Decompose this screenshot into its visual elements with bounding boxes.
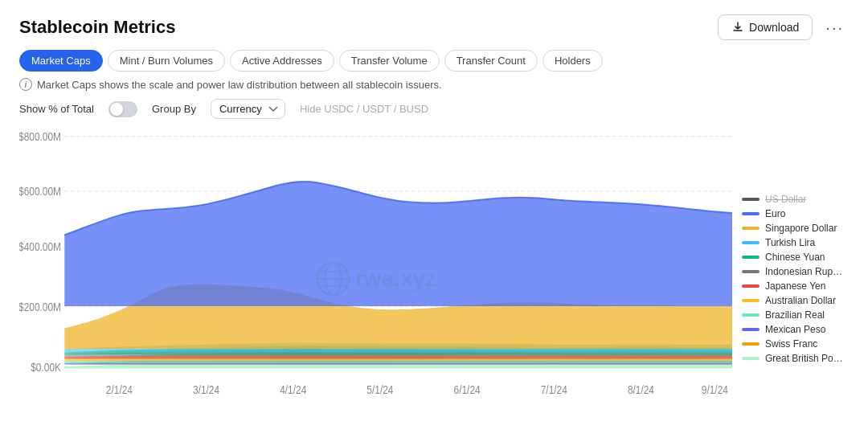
svg-text:$800.00M: $800.00M [19, 130, 61, 144]
legend-item-jpy: Japanese Yen [742, 280, 849, 292]
tab-holders[interactable]: Holders [542, 50, 603, 72]
chart-legend: US Dollar Euro Singapore Dollar Turkish … [732, 125, 849, 432]
svg-text:$200.00M: $200.00M [19, 300, 61, 313]
info-icon: i [19, 78, 32, 91]
legend-swatch-usdollar [742, 198, 760, 201]
legend-swatch-jpy [742, 284, 760, 288]
legend-item-cny: Chinese Yuan [742, 252, 849, 263]
legend-swatch-sgd [742, 227, 760, 230]
legend-item-aud: Australian Dollar [742, 295, 849, 306]
svg-text:$0.00K: $0.00K [31, 360, 61, 374]
tab-transfer-count[interactable]: Transfer Count [444, 50, 538, 72]
header-row: Stablecoin Metrics Download ··· [19, 14, 849, 40]
svg-text:8/1/24: 8/1/24 [628, 383, 654, 397]
show-pct-toggle[interactable] [108, 101, 137, 117]
group-by-label: Group By [152, 103, 196, 115]
svg-text:7/1/24: 7/1/24 [541, 383, 567, 397]
legend-swatch-try [742, 241, 760, 244]
svg-text:6/1/24: 6/1/24 [454, 383, 481, 397]
svg-text:2/1/24: 2/1/24 [106, 383, 133, 397]
tab-active-addresses[interactable]: Active Addresses [230, 50, 334, 72]
chart-svg: $800.00M $600.00M $400.00M $200.00M $0.0… [19, 125, 732, 432]
legend-item-brl: Brazilian Real [742, 309, 849, 321]
svg-text:3/1/24: 3/1/24 [193, 383, 219, 397]
tabs-row: Market Caps Mint / Burn Volumes Active A… [19, 50, 849, 72]
svg-text:4/1/24: 4/1/24 [280, 383, 306, 397]
page-title: Stablecoin Metrics [19, 17, 175, 38]
legend-swatch-chf [742, 342, 760, 346]
controls-row: Show % of Total Group By Currency Issuer… [19, 99, 849, 119]
legend-swatch-idr [742, 270, 760, 273]
download-button[interactable]: Download [718, 14, 813, 40]
legend-item-euro: Euro [742, 208, 849, 219]
tab-transfer-volume[interactable]: Transfer Volume [339, 50, 440, 72]
legend-item-sgd: Singapore Dollar [742, 223, 849, 234]
svg-text:$400.00M: $400.00M [19, 239, 61, 253]
tab-market-caps[interactable]: Market Caps [19, 50, 103, 72]
svg-text:$600.00M: $600.00M [19, 185, 61, 198]
legend-swatch-euro [742, 212, 760, 215]
legend-item-gbp: Great British Po… [742, 353, 849, 364]
legend-swatch-aud [742, 299, 760, 302]
hide-usdc-button[interactable]: Hide USDC / USDT / BUSD [300, 103, 428, 115]
svg-text:9/1/24: 9/1/24 [702, 383, 728, 397]
chart-area: rwa.xyz $800.00M $600.00M $400.00M $200.… [19, 125, 849, 432]
legend-item-chf: Swiss Franc [742, 338, 849, 350]
info-text: Market Caps shows the scale and power la… [37, 79, 442, 91]
legend-item-mxn: Mexican Peso [742, 324, 849, 335]
show-pct-label: Show % of Total [19, 103, 94, 115]
tab-mint-burn[interactable]: Mint / Burn Volumes [108, 50, 225, 72]
legend-swatch-cny [742, 256, 760, 259]
download-icon [731, 21, 744, 34]
legend-item-idr: Indonesian Rup… [742, 266, 849, 277]
info-row: i Market Caps shows the scale and power … [19, 78, 849, 91]
more-button[interactable]: ··· [821, 15, 849, 40]
svg-text:5/1/24: 5/1/24 [366, 383, 393, 397]
chart-main: rwa.xyz $800.00M $600.00M $400.00M $200.… [19, 125, 732, 432]
header-actions: Download ··· [718, 14, 849, 40]
legend-swatch-mxn [742, 328, 760, 331]
group-by-select[interactable]: Currency Issuer Region [211, 99, 285, 119]
legend-swatch-brl [742, 313, 760, 317]
legend-item-usdollar: US Dollar [742, 194, 849, 205]
main-container: Stablecoin Metrics Download ··· Market C… [0, 0, 868, 442]
legend-swatch-gbp [742, 357, 760, 360]
legend-item-try: Turkish Lira [742, 237, 849, 248]
toggle-switch[interactable] [108, 101, 137, 117]
